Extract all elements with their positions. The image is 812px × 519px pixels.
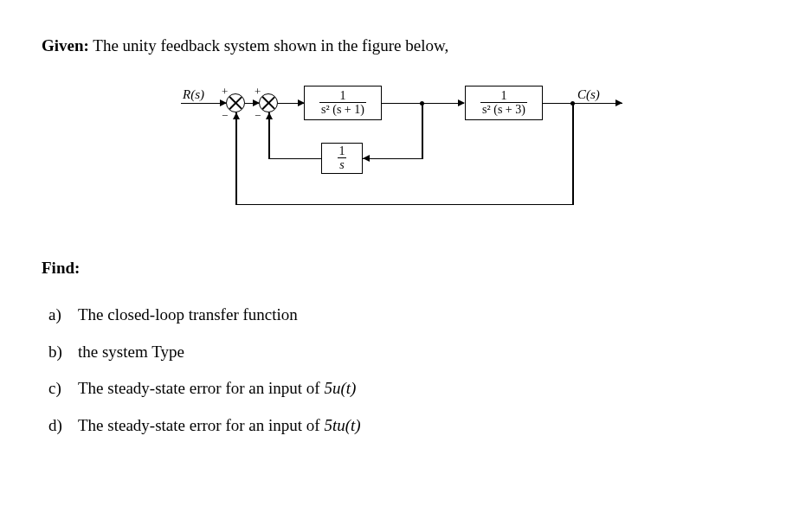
wire	[268, 112, 270, 159]
question-letter: b)	[48, 341, 68, 364]
plus-sign: +	[255, 84, 261, 99]
question-text: the system Type	[78, 341, 184, 364]
wire	[235, 112, 237, 205]
question-letter: c)	[48, 377, 68, 400]
question-b: b) the system Type	[48, 341, 770, 364]
given-label: Given:	[42, 36, 89, 54]
question-text: The steady-state error for an input of 5…	[78, 377, 356, 400]
question-a: a) The closed-loop transfer function	[48, 304, 770, 327]
minus-sign: −	[222, 108, 228, 124]
question-text: The steady-state error for an input of 5…	[78, 414, 361, 438]
feedback-numerator: 1	[338, 144, 347, 157]
arrow-icon	[266, 112, 273, 119]
find-label: Find:	[42, 257, 770, 280]
wire	[572, 103, 574, 205]
feedback-block: 1 s	[321, 143, 363, 174]
output-label: C(s)	[577, 86, 600, 104]
summing-junction-1	[226, 93, 245, 112]
block1-denominator: s² (s + 1)	[319, 102, 366, 116]
arrow-icon	[233, 112, 240, 119]
wire	[235, 204, 573, 206]
block2-denominator: s² (s + 3)	[480, 102, 527, 116]
arrow-icon	[615, 99, 622, 106]
question-letter: d)	[48, 414, 68, 438]
feedback-denominator: s	[338, 157, 345, 171]
minus-sign: −	[255, 108, 261, 124]
block2-numerator: 1	[499, 89, 508, 102]
transfer-block-1: 1 s² (s + 1)	[304, 86, 382, 120]
block-diagram: R(s) + − + − 1 s² (s + 1) 1 s² (s + 3) C…	[172, 84, 640, 231]
plus-sign: +	[222, 84, 228, 99]
arrow-icon	[458, 99, 465, 106]
question-list: a) The closed-loop transfer function b) …	[42, 304, 770, 437]
given-text: The unity feedback system shown in the f…	[89, 36, 448, 54]
question-d: d) The steady-state error for an input o…	[48, 414, 770, 438]
question-text: The closed-loop transfer function	[78, 304, 298, 327]
summing-junction-2	[259, 93, 278, 112]
wire	[363, 158, 422, 160]
question-letter: a)	[48, 304, 68, 327]
wire	[422, 103, 423, 159]
given-statement: Given: The unity feedback system shown i…	[42, 35, 770, 58]
arrow-icon	[363, 155, 370, 162]
wire	[268, 158, 321, 160]
transfer-block-2: 1 s² (s + 3)	[465, 86, 543, 120]
block1-numerator: 1	[338, 89, 347, 102]
question-c: c) The steady-state error for an input o…	[48, 377, 770, 400]
input-label: R(s)	[183, 86, 204, 104]
